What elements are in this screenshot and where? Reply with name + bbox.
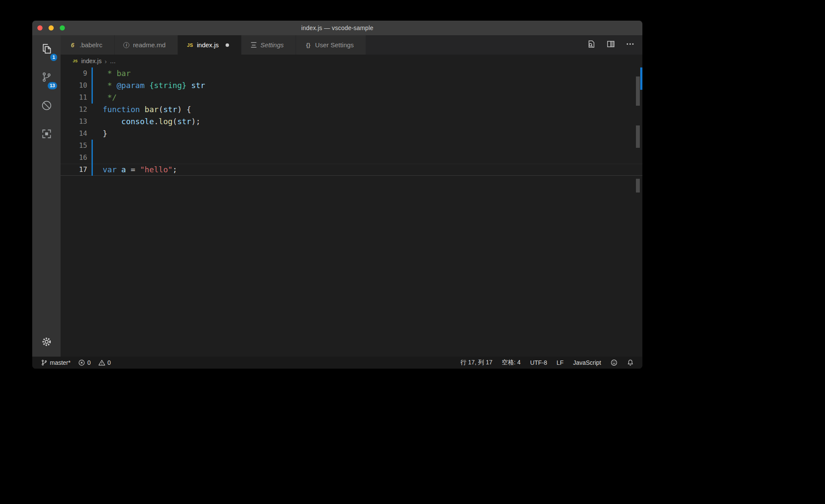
tab-readme-md[interactable]: ireadme.md <box>115 35 178 55</box>
token: str <box>186 81 205 90</box>
code-line-15[interactable]: 15 <box>61 140 642 152</box>
chevron-right-icon: › <box>104 58 107 65</box>
git-gutter-marker <box>92 140 93 152</box>
tab-bar: 6.babelrcireadme.mdJSindex.jsSettings{}U… <box>61 35 642 55</box>
line-number[interactable]: 12 <box>61 104 87 116</box>
activity-bar: 1 13 <box>32 35 61 357</box>
more-actions-icon[interactable] <box>626 40 635 50</box>
overview-ruler[interactable] <box>636 67 642 357</box>
token: ); <box>191 117 201 126</box>
code-line-10[interactable]: 10 * @param {string} str <box>61 79 642 92</box>
zoom-window-button[interactable] <box>60 25 65 31</box>
token: log <box>159 117 173 126</box>
token: * <box>103 81 117 90</box>
git-gutter-marker <box>92 152 93 164</box>
eol-sequence[interactable]: LF <box>556 359 563 366</box>
code-line-11[interactable]: 11 */ <box>61 92 642 104</box>
breadcrumb-file[interactable]: index.js <box>81 58 101 64</box>
token: ( <box>173 117 177 126</box>
notifications-bell-button[interactable] <box>627 359 634 366</box>
git-gutter-marker <box>92 79 93 92</box>
git-branch-status[interactable]: master* <box>41 359 70 366</box>
ruler-change-marker <box>640 67 642 90</box>
code-text[interactable]: */ <box>103 92 117 104</box>
language-mode[interactable]: JavaScript <box>573 359 601 366</box>
line-number[interactable]: 11 <box>61 92 87 104</box>
code-line-13[interactable]: 13 console.log(str); <box>61 116 642 128</box>
tab-settings[interactable]: Settings <box>241 35 296 55</box>
breadcrumb-symbol[interactable]: … <box>110 58 116 64</box>
token: * bar <box>103 69 131 78</box>
token: console <box>121 117 154 126</box>
js-icon: JS <box>186 42 193 49</box>
bell-icon <box>627 359 634 366</box>
code-line-12[interactable]: 12function bar(str) { <box>61 104 642 116</box>
code-text[interactable]: * bar <box>103 67 131 79</box>
warnings-status[interactable]: 0 <box>98 359 111 366</box>
titlebar[interactable]: index.js — vscode-sample <box>32 21 642 35</box>
window-title: index.js — vscode-sample <box>301 24 373 31</box>
code-line-9[interactable]: 9 * bar <box>61 67 642 79</box>
feedback-smiley-button[interactable] <box>611 359 617 366</box>
tab-label: Settings <box>260 41 284 49</box>
token: ( <box>159 105 163 114</box>
line-number[interactable]: 9 <box>61 67 87 79</box>
error-count: 0 <box>87 359 91 366</box>
git-gutter-marker <box>92 164 93 176</box>
code-editor[interactable]: 9 * bar10 * @param {string} str11 */12fu… <box>61 67 642 357</box>
cursor-position[interactable]: 行 17, 列 17 <box>460 359 492 367</box>
git-gutter-marker <box>92 92 93 104</box>
line-number[interactable]: 13 <box>61 116 87 128</box>
token: ; <box>173 165 177 174</box>
minimize-window-button[interactable] <box>49 25 54 31</box>
activity-explorer-button[interactable]: 1 <box>32 35 61 64</box>
token: {string} <box>149 81 186 90</box>
tab-index-js[interactable]: JSindex.js <box>178 35 241 55</box>
token: . <box>154 117 159 126</box>
token: bar <box>145 105 159 114</box>
gear-icon <box>41 336 52 349</box>
code-line-17[interactable]: 17var a = "hello"; <box>61 164 642 176</box>
settings-gear-button[interactable] <box>32 328 61 357</box>
tab-user-settings[interactable]: {}User Settings <box>296 35 366 55</box>
activity-source-control-button[interactable]: 13 <box>32 64 61 92</box>
token: str <box>177 117 191 126</box>
git-gutter-marker <box>92 128 93 140</box>
settings-sliders-icon <box>250 42 257 49</box>
token: */ <box>103 93 117 102</box>
code-text[interactable]: * @param {string} str <box>103 79 205 92</box>
token: @param <box>117 81 145 90</box>
token <box>117 165 122 174</box>
tab-label: User Settings <box>315 41 354 49</box>
line-number[interactable]: 16 <box>61 152 87 164</box>
errors-status[interactable]: 0 <box>78 359 91 366</box>
code-text[interactable]: console.log(str); <box>103 116 201 128</box>
activity-extensions-button[interactable] <box>32 120 61 149</box>
branch-name: master* <box>50 359 70 366</box>
split-editor-icon[interactable] <box>606 40 615 50</box>
code-line-16[interactable]: 16 <box>61 152 642 164</box>
token: } <box>103 129 107 138</box>
git-gutter-marker <box>92 67 93 79</box>
token: ) { <box>177 105 191 114</box>
extensions-icon <box>41 128 52 141</box>
line-number[interactable]: 14 <box>61 128 87 140</box>
code-text[interactable]: } <box>103 128 107 140</box>
open-changes-icon[interactable] <box>587 40 596 50</box>
token: function <box>103 105 140 114</box>
code-text[interactable]: var a = "hello"; <box>103 164 177 176</box>
line-number[interactable]: 15 <box>61 140 87 152</box>
encoding[interactable]: UTF-8 <box>530 359 547 366</box>
code-line-14[interactable]: 14} <box>61 128 642 140</box>
line-number[interactable]: 10 <box>61 79 87 92</box>
editor-actions <box>587 35 642 55</box>
activity-debug-button[interactable] <box>32 92 61 120</box>
close-window-button[interactable] <box>37 25 43 31</box>
tab-babelrc[interactable]: 6.babelrc <box>61 35 115 55</box>
token <box>140 105 145 114</box>
indentation[interactable]: 空格: 4 <box>502 359 521 367</box>
scrollbar-marker <box>636 179 640 192</box>
line-number[interactable]: 17 <box>61 164 87 176</box>
code-text[interactable]: function bar(str) { <box>103 104 191 116</box>
tab-label: readme.md <box>133 41 165 49</box>
